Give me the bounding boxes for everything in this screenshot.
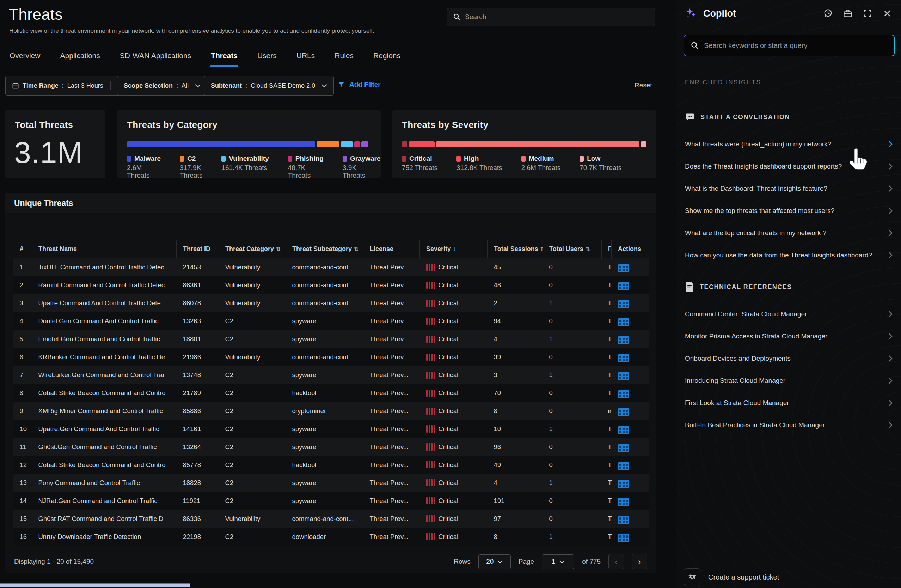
bar-segment[interactable] [316,141,340,147]
table-row[interactable]: 7 WireLurker.Gen Command and Control Tra… [13,366,648,384]
rule-link[interactable]: T [602,420,612,438]
threat-id-link[interactable]: 86361 [177,276,219,294]
scope-selection-filter-chip[interactable]: Scope Selection : All [117,76,207,95]
column-header[interactable]: Actions [612,240,648,258]
conversation-suggestion[interactable]: How can you use the data from the Threat… [677,244,901,266]
rows-per-page-select[interactable]: 20 [479,554,511,569]
conversation-suggestion[interactable]: Does the Threat Insights dashboard suppo… [677,155,901,177]
tab[interactable]: Threats [210,51,238,65]
threat-name-link[interactable]: XMRig Miner Command and Control Traffic [32,402,177,420]
bar-segment[interactable] [402,141,407,147]
column-header[interactable]: Severity↓ [420,240,488,258]
reference-link[interactable]: First Look at Strata Cloud Manager [677,391,901,414]
open-log-table-icon[interactable] [618,498,629,506]
column-header[interactable]: Threat Name [32,240,177,258]
rule-link[interactable]: T [602,456,612,474]
tab[interactable]: SD-WAN Applications [119,51,192,65]
threat-id-link[interactable]: 18828 [177,474,219,492]
threat-id-link[interactable]: 85778 [177,456,219,474]
threat-id-link[interactable]: 21986 [177,348,219,366]
table-row[interactable]: 1 TixDLL Command and Control Traffic Det… [13,258,648,276]
threat-name-link[interactable]: Pony Command and Control Traffic [32,474,177,492]
table-row[interactable]: 15 Gh0st RAT Command and Control Traffic… [13,510,648,528]
open-log-table-icon[interactable] [618,516,629,524]
open-log-table-icon[interactable] [618,390,629,398]
tab[interactable]: Applications [59,51,101,65]
bar-segment[interactable] [409,141,435,147]
time-range-filter-chip[interactable]: Time Range : Last 3 Hours ✕ [5,76,129,95]
threat-id-link[interactable]: 13264 [177,438,219,456]
threat-id-link[interactable]: 18801 [177,330,219,348]
threat-id-link[interactable]: 85886 [177,402,219,420]
table-row[interactable]: 12 Cobalt Strike Beacon Command and Cont… [13,456,648,474]
threat-name-link[interactable]: Dorifel.Gen Command And Control Traffic [32,312,177,330]
threat-id-link[interactable]: 14161 [177,420,219,438]
history-icon[interactable] [823,8,833,19]
open-log-table-icon[interactable] [618,282,629,290]
page-select[interactable]: 1 [542,554,574,569]
copilot-search[interactable] [683,34,895,56]
table-row[interactable]: 3 Upatre Command And Control Traffic Det… [13,294,648,312]
add-filter-button[interactable]: Add Filter [337,81,381,89]
table-row[interactable]: 9 XMRig Miner Command and Control Traffi… [13,402,648,420]
rule-link[interactable]: T [602,330,612,348]
threat-name-link[interactable]: Unruy Downloader Traffic Detection [32,528,177,546]
bar-segment[interactable] [354,141,360,147]
tab[interactable]: URLs [296,51,316,65]
threat-name-link[interactable]: Cobalt Strike Beacon Command and Contro [32,456,177,474]
column-header[interactable]: Threat Subcategory⇅ [286,240,363,258]
table-row[interactable]: 6 KRBanker Command and Control Traffic D… [13,348,648,366]
next-page-button[interactable]: › [632,554,647,569]
threat-name-link[interactable]: WireLurker.Gen Command and Control Trai [32,366,177,384]
reset-filters-button[interactable]: Reset [634,81,652,89]
open-log-table-icon[interactable] [618,264,629,273]
sort-icon[interactable]: ⇅ [586,246,590,252]
column-header[interactable]: Total Sessions⇅ [488,240,543,258]
conversation-suggestion[interactable]: What are the top critical threats in my … [677,222,901,244]
threat-name-link[interactable]: TixDLL Command and Control Traffic Detec [32,258,177,276]
threat-name-link[interactable]: NJRat.Gen Command and Control Traffic [32,492,177,510]
threat-id-link[interactable]: 86336 [177,510,219,528]
sort-icon[interactable]: ⇅ [354,246,359,252]
rule-link[interactable]: T [602,276,612,294]
bar-segment[interactable] [641,141,647,147]
open-log-table-icon[interactable] [618,318,629,326]
threat-id-link[interactable]: 22198 [177,528,219,546]
open-log-table-icon[interactable] [618,300,629,309]
open-log-table-icon[interactable] [618,426,629,434]
column-header[interactable]: Threat ID [177,240,219,258]
threat-name-link[interactable]: Upatre.Gen Command And Control Traffic [32,420,177,438]
sort-icon[interactable]: ⇅ [540,246,543,252]
table-row[interactable]: 10 Upatre.Gen Command And Control Traffi… [13,420,648,438]
rule-link[interactable]: ir [602,402,612,420]
threat-name-link[interactable]: Cobalt Strike Beacon Command and Contro [32,384,177,402]
bar-segment[interactable] [361,141,368,147]
table-row[interactable]: 8 Cobalt Strike Beacon Command and Contr… [13,384,648,402]
tab[interactable]: Rules [334,51,354,65]
rule-link[interactable]: T [602,258,612,276]
table-row[interactable]: 13 Pony Command and Control Traffic 1882… [13,474,648,492]
reference-link[interactable]: Monitor Prisma Access in Strata Cloud Ma… [677,325,901,347]
open-log-table-icon[interactable] [618,480,629,488]
threat-name-link[interactable]: Upatre Command And Control Traffic Dete [32,294,177,312]
bar-segment[interactable] [341,141,352,147]
tab[interactable]: Regions [373,51,401,65]
rule-link[interactable]: T [602,492,612,510]
rule-link[interactable]: T [602,510,612,528]
table-row[interactable]: 5 Emotet.Gen Command and Control Traffic… [13,330,648,348]
reference-link[interactable]: Built-In Best Practices in Strata Cloud … [677,414,901,436]
tab[interactable]: Users [257,51,277,65]
conversation-suggestion[interactable]: What threats were {threat_action} in my … [677,133,901,155]
rule-link[interactable]: T [602,294,612,312]
conversation-suggestion[interactable]: Show me the top threats that affected mo… [677,200,901,222]
sort-icon[interactable]: ⇅ [276,246,281,252]
reference-link[interactable]: Onboard Devices and Deployments [677,347,901,370]
reference-link[interactable]: Command Center: Strata Cloud Manager [677,303,901,325]
rule-link[interactable]: T [602,366,612,384]
conversation-suggestion[interactable]: What is the Dashboard: Threat Insights f… [677,177,901,200]
rule-link[interactable]: T [602,384,612,402]
previous-page-button[interactable]: ‹ [608,554,624,569]
create-support-ticket[interactable]: Create a support ticket [683,568,779,586]
column-header[interactable]: Threat Category⇅ [219,240,286,258]
bar-segment[interactable] [436,141,639,147]
